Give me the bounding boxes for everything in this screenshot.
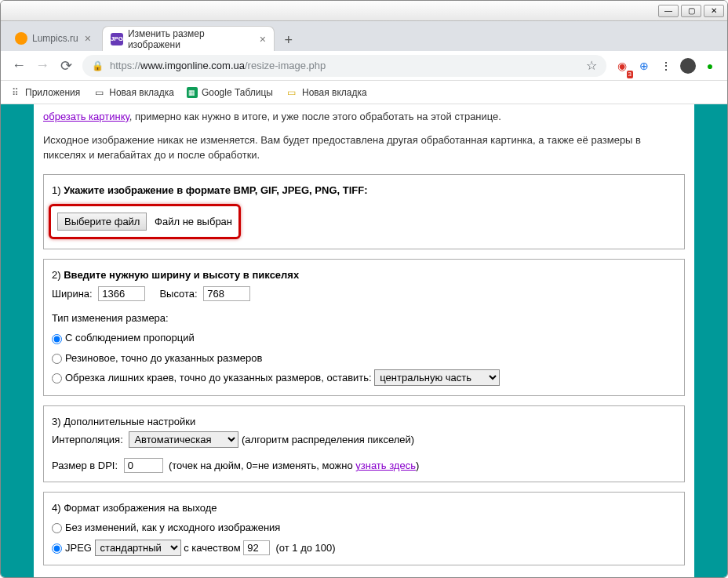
forward-button[interactable]: → (31, 54, 54, 78)
width-label: Ширина: (52, 288, 93, 300)
favicon-jpg: JPG (111, 33, 123, 45)
resize-crop-radio[interactable] (52, 373, 62, 384)
bookmark-star-icon[interactable]: ☆ (586, 58, 597, 73)
extension-icon[interactable]: ◉3 (611, 55, 633, 77)
tab-title: Lumpics.ru (32, 33, 78, 44)
interpolation-label: Интерполяция: (52, 434, 123, 445)
avatar-icon[interactable] (677, 55, 699, 77)
step-3-heading: 3) Дополнительные настройки (52, 413, 676, 431)
interpolation-note: (алгоритм распределения пикселей) (242, 434, 414, 445)
extension-area: ◉3 ⊕ ⋮ ● (611, 55, 721, 77)
left-stripe (1, 104, 34, 578)
step-2-heading: 2) Введите нужную ширину и высоту в пикс… (52, 266, 676, 284)
step-1-box: 1) Укажите изображение в формате BMP, GI… (43, 174, 685, 250)
file-picker-highlight: Выберите файл Файл не выбран (49, 204, 241, 239)
jpeg-quality-input[interactable] (243, 540, 270, 555)
jpeg-type-select[interactable]: стандартный (95, 540, 181, 556)
bookmark-item[interactable]: ▦Google Таблицы (187, 87, 273, 98)
close-icon[interactable]: × (85, 32, 91, 45)
interpolation-select[interactable]: Автоматическая (129, 431, 238, 448)
browser-window: — ▢ ✕ Lumpics.ru × JPG Изменить размер и… (0, 0, 728, 578)
dpi-label: Размер в DPI: (52, 460, 118, 471)
intro-line-1: обрезать картинку, примерно как нужно в … (43, 109, 685, 125)
resize-stretch-radio[interactable] (52, 354, 62, 364)
reload-button[interactable]: ⟳ (54, 54, 78, 78)
interpolation-row: Интерполяция: Автоматическая (алгоритм р… (52, 431, 676, 449)
height-label: Высота: (159, 288, 197, 300)
tab-imgonline[interactable]: JPG Изменить размер изображени × (102, 26, 275, 51)
step-4-box: 4) Формат изображения на выходе Без изме… (43, 492, 685, 565)
page-icon: ▭ (93, 86, 105, 99)
favicon-lumpics (15, 32, 27, 45)
format-jpeg-radio[interactable] (52, 543, 62, 554)
window-maximize-button[interactable]: ▢ (681, 5, 701, 17)
height-input[interactable] (203, 286, 250, 301)
extension-icon[interactable]: ⊕ (633, 55, 655, 77)
format-same-radio[interactable] (52, 523, 62, 533)
url-host: www.imgonline.com.ua (140, 60, 245, 71)
width-input[interactable] (98, 286, 145, 301)
choose-file-button[interactable]: Выберите файл (57, 213, 147, 231)
url-scheme: https:// (110, 60, 140, 71)
right-stripe (694, 104, 727, 578)
dimensions-row: Ширина: Высота: (52, 285, 676, 303)
crop-position-select[interactable]: центральную часть (374, 369, 500, 386)
extension-badge: 3 (627, 71, 633, 78)
extension-icon[interactable]: ● (699, 55, 721, 77)
window-titlebar: — ▢ ✕ (1, 1, 727, 21)
dpi-help-link[interactable]: узнать здесь (355, 460, 416, 471)
page-icon: ▭ (286, 86, 298, 99)
tab-title: Изменить размер изображени (128, 28, 253, 50)
step-3-box: 3) Дополнительные настройки Интерполяция… (43, 405, 685, 482)
step-1-heading: 1) Укажите изображение в формате BMP, GI… (52, 181, 676, 199)
new-tab-button[interactable]: + (278, 29, 300, 51)
page-body: обрезать картинку, примерно как нужно в … (1, 104, 727, 578)
bookmark-item[interactable]: ▭Новая вкладка (93, 86, 174, 99)
resize-proportional-radio[interactable] (52, 334, 62, 344)
address-bar[interactable]: 🔒 https://www.imgonline.com.ua/resize-im… (82, 55, 606, 77)
bookmarks-bar: ⠿Приложения ▭Новая вкладка ▦Google Табли… (1, 81, 727, 104)
main-column: обрезать картинку, примерно как нужно в … (34, 104, 694, 578)
intro-paragraph: Исходное изображение никак не изменяется… (43, 133, 685, 163)
tab-strip: Lumpics.ru × JPG Изменить размер изображ… (1, 21, 727, 51)
step-4-heading: 4) Формат изображения на выходе (52, 499, 676, 517)
tab-lumpics[interactable]: Lumpics.ru × (7, 26, 99, 51)
back-button[interactable]: ← (7, 54, 31, 78)
dpi-input[interactable] (124, 458, 163, 473)
bookmark-item[interactable]: ▭Новая вкладка (286, 86, 367, 99)
step-2-box: 2) Введите нужную ширину и высоту в пикс… (43, 259, 685, 395)
lock-icon: 🔒 (92, 60, 104, 71)
close-icon[interactable]: × (260, 33, 266, 45)
window-close-button[interactable]: ✕ (704, 5, 724, 17)
toolbar: ← → ⟳ 🔒 https://www.imgonline.com.ua/res… (1, 51, 727, 81)
sheets-icon: ▦ (187, 87, 198, 98)
bookmark-apps[interactable]: ⠿Приложения (9, 86, 80, 99)
file-status-text: Файл не выбран (155, 216, 232, 227)
url-path: /resize-image.php (245, 60, 326, 71)
dpi-row: Размер в DPI: (точек на дюйм, 0=не измен… (52, 456, 676, 474)
crop-link[interactable]: обрезать картинку (43, 111, 129, 122)
window-minimize-button[interactable]: — (658, 5, 679, 17)
page-content[interactable]: обрезать картинку, примерно как нужно в … (1, 104, 727, 578)
resize-type-label: Тип изменения размера: (52, 309, 676, 327)
apps-icon: ⠿ (9, 86, 21, 99)
menu-icon[interactable]: ⋮ (655, 55, 677, 77)
